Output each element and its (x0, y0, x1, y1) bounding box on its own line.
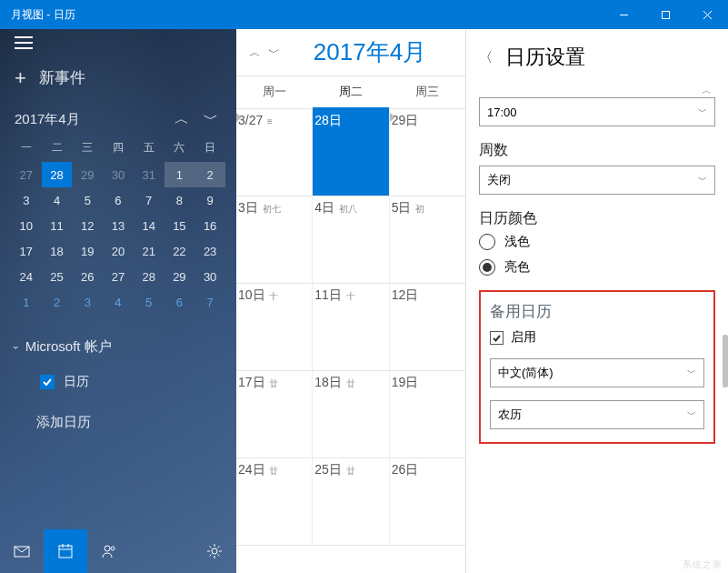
language-value: 中文(简体) (498, 365, 553, 381)
mini-cal-day[interactable]: 22 (165, 238, 195, 264)
radio-icon (479, 259, 495, 276)
mini-cal-day[interactable]: 23 (194, 238, 225, 264)
mini-cal-day[interactable]: 13 (103, 213, 134, 238)
time-value: 17:00 (487, 106, 517, 119)
day-cell[interactable]: 5日 初 (390, 196, 465, 283)
new-event-button[interactable]: + 新事件 (0, 56, 236, 99)
mini-cal-day[interactable]: 30 (194, 264, 225, 289)
mini-cal-day[interactable]: 4 (42, 187, 73, 213)
maximize-button[interactable] (644, 0, 686, 29)
day-cell[interactable]: 18日 廿 (313, 371, 389, 457)
color-bright-radio[interactable]: 亮色 (479, 259, 715, 276)
mini-cal-day[interactable]: 18 (42, 238, 73, 264)
mini-cal-day[interactable]: 5 (134, 289, 165, 315)
mini-cal-day[interactable]: 2 (194, 162, 225, 187)
checkbox-icon (40, 375, 55, 389)
chevron-down-icon: ﹀ (687, 408, 696, 421)
mini-cal-day[interactable]: 1 (165, 162, 195, 187)
scroll-up-icon[interactable]: ︿ (479, 84, 715, 97)
minimize-button[interactable] (603, 0, 644, 29)
bottom-nav (0, 529, 236, 573)
mini-cal-day[interactable]: 25 (42, 264, 73, 289)
mini-cal-day[interactable]: 6 (165, 289, 195, 315)
day-cell[interactable]: 26日 (390, 458, 465, 545)
language-select[interactable]: 中文(简体) ﹀ (490, 358, 704, 387)
time-select[interactable]: 17:00 ﹀ (479, 97, 715, 126)
mini-cal-day[interactable]: 28 (134, 264, 165, 289)
mini-cal-day[interactable]: 6 (103, 187, 134, 213)
prev-month-button[interactable]: ︿ (245, 41, 264, 65)
svg-point-9 (105, 546, 110, 551)
mini-cal-day[interactable]: 21 (134, 238, 165, 264)
watermark: 系统之家 (683, 558, 723, 571)
day-cell[interactable]: 3/27 ≡ (236, 109, 313, 196)
color-light-radio[interactable]: 浅色 (479, 234, 715, 250)
mini-cal-day[interactable]: 5 (72, 187, 103, 213)
mini-cal-day[interactable]: 29 (72, 162, 103, 187)
calendar-type-select[interactable]: 农历 ﹀ (490, 400, 704, 429)
mini-cal-day[interactable]: 24 (11, 264, 42, 289)
mini-cal-day[interactable]: 7 (134, 187, 165, 213)
add-calendar-button[interactable]: 添加日历 (0, 399, 236, 440)
enable-checkbox-row[interactable]: 启用 (490, 329, 704, 346)
day-cell[interactable]: 17日 廿 (236, 371, 313, 457)
account-toggle[interactable]: › Microsoft 帐户 (0, 329, 236, 365)
day-cell[interactable]: 4日 初八 (313, 196, 389, 283)
calendar-checkbox-row[interactable]: 日历 (0, 365, 236, 399)
account-label: Microsoft 帐户 (25, 338, 112, 356)
svg-rect-5 (59, 546, 72, 558)
day-cell[interactable]: 12日 (390, 284, 465, 370)
next-month-button[interactable]: ﹀ (264, 41, 284, 65)
mini-cal-day[interactable]: 3 (72, 289, 103, 315)
hamburger-button[interactable] (0, 29, 236, 56)
dow-header: 周三 (389, 76, 465, 109)
color-label: 日历颜色 (479, 209, 715, 228)
mini-cal-day[interactable]: 16 (194, 213, 225, 238)
calendar-button[interactable] (44, 529, 87, 573)
people-button[interactable] (87, 529, 131, 573)
day-cell[interactable]: 10日 十 (236, 284, 313, 370)
day-cell[interactable]: 24日 廿 (236, 458, 313, 545)
day-cell[interactable]: 3日 初七 (236, 196, 313, 283)
new-event-label: 新事件 (39, 67, 85, 88)
weeks-select[interactable]: 关闭 ﹀ (479, 166, 715, 195)
mini-cal-day[interactable]: 30 (103, 162, 134, 187)
mini-cal-day[interactable]: 26 (72, 264, 103, 289)
mini-cal-prev[interactable]: ︿ (171, 108, 193, 131)
mini-cal-day[interactable]: 10 (11, 213, 42, 238)
mini-cal-day[interactable]: 8 (165, 187, 195, 213)
mini-cal-day[interactable]: 27 (103, 264, 134, 289)
mini-dow-cell: 五 (134, 136, 165, 162)
mini-cal-day[interactable]: 11 (42, 213, 73, 238)
day-cell[interactable]: 19日 (390, 371, 465, 457)
mini-cal-day[interactable]: 3 (11, 187, 42, 213)
mini-dow-cell: 四 (103, 136, 134, 162)
mini-cal-day[interactable]: 7 (194, 289, 225, 315)
mini-cal-day[interactable]: 27 (11, 162, 42, 187)
mini-cal-day[interactable]: 31 (134, 162, 165, 187)
mini-cal-day[interactable]: 17 (11, 238, 42, 264)
day-cell[interactable]: 25日 廿 (313, 458, 389, 545)
mini-cal-day[interactable]: 4 (103, 289, 134, 315)
mini-cal-day[interactable]: 15 (165, 213, 195, 238)
mini-cal-day[interactable]: 29 (165, 264, 195, 289)
day-cell[interactable]: 29日 (390, 109, 465, 196)
day-cell[interactable]: 28日 (313, 109, 389, 196)
day-cell[interactable]: 11日 十 (313, 284, 389, 370)
mini-dow-cell: 六 (165, 136, 195, 162)
mini-cal-day[interactable]: 14 (134, 213, 165, 238)
mini-cal-day[interactable]: 20 (103, 238, 134, 264)
alt-cal-title: 备用日历 (490, 301, 704, 322)
mini-cal-day[interactable]: 19 (72, 238, 103, 264)
mini-cal-day[interactable]: 9 (194, 187, 225, 213)
mini-cal-day[interactable]: 1 (11, 289, 42, 315)
back-button[interactable]: 〈 (479, 49, 493, 66)
mini-cal-day[interactable]: 2 (42, 289, 73, 315)
scrollbar[interactable] (721, 71, 728, 573)
close-button[interactable] (686, 0, 728, 29)
settings-button[interactable] (193, 529, 236, 573)
mini-cal-day[interactable]: 12 (72, 213, 103, 238)
mail-button[interactable] (0, 529, 44, 573)
mini-cal-day[interactable]: 28 (42, 162, 73, 187)
mini-cal-next[interactable]: ﹀ (200, 108, 222, 131)
